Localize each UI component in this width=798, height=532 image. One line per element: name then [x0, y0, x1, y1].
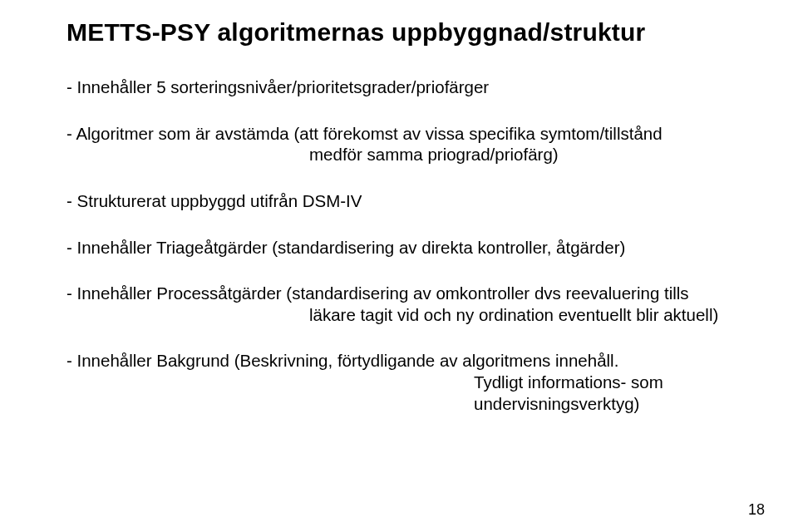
bullet-item-5: - Innehåller Processåtgärder (standardis… — [66, 283, 748, 325]
bullet-line: - Strukturerat uppbyggd utifrån DSM-IV — [66, 191, 362, 210]
bullet-continuation: läkare tagit vid och ny ordination event… — [66, 304, 748, 326]
body-text: - Innehåller 5 sorteringsnivåer/priorite… — [66, 76, 748, 414]
page-title: METTS-PSY algoritmernas uppbyggnad/struk… — [66, 18, 748, 47]
page-number: 18 — [748, 501, 765, 519]
bullet-item-2: - Algoritmer som är avstämda (att föreko… — [66, 123, 748, 165]
bullet-item-1: - Innehåller 5 sorteringsnivåer/priorite… — [66, 76, 748, 98]
bullet-line: - Innehåller Processåtgärder (standardis… — [66, 283, 689, 303]
bullet-line: - Innehåller 5 sorteringsnivåer/priorite… — [66, 77, 489, 96]
bullet-continuation: medför samma priograd/priofärg) — [66, 144, 748, 165]
bullet-item-6: - Innehåller Bakgrund (Beskrivning, fört… — [66, 350, 748, 414]
page: METTS-PSY algoritmernas uppbyggnad/struk… — [0, 0, 798, 532]
bullet-continuation: Tydligt informations- som undervisningsv… — [66, 372, 748, 414]
bullet-item-4: - Innehåller Triageåtgärder (standardise… — [66, 237, 748, 259]
bullet-item-3: - Strukturerat uppbyggd utifrån DSM-IV — [66, 190, 748, 212]
bullet-line: - Innehåller Bakgrund (Beskrivning, fört… — [66, 351, 618, 370]
bullet-line: - Algoritmer som är avstämda (att föreko… — [66, 124, 663, 143]
bullet-line: - Innehåller Triageåtgärder (standardise… — [66, 238, 625, 257]
